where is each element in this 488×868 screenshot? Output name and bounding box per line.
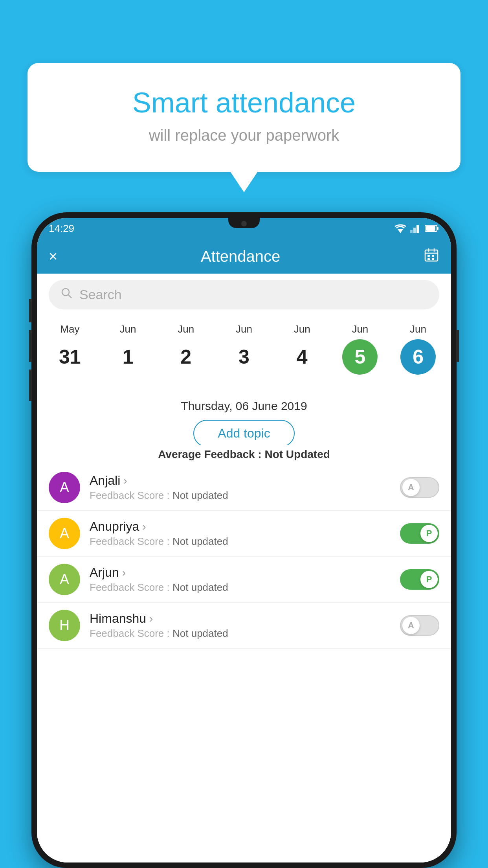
toggle-knob: A	[402, 617, 420, 634]
cal-date-number: 1	[110, 339, 146, 375]
attendance-toggle[interactable]: P	[400, 569, 439, 590]
student-info: Arjun ›Feedback Score : Not updated	[90, 565, 391, 594]
signal-icon	[410, 224, 421, 233]
student-item-2[interactable]: AArjun ›Feedback Score : Not updatedP	[37, 557, 451, 603]
bubble-title: Smart attendance	[59, 86, 429, 119]
search-bar[interactable]: Search	[49, 280, 439, 309]
cal-month-label: Jun	[120, 323, 136, 335]
cal-date-number: 3	[226, 339, 262, 375]
cal-month-label: Jun	[352, 323, 368, 335]
toggle-knob: P	[420, 571, 438, 588]
svg-rect-7	[425, 250, 438, 261]
calendar-day-5[interactable]: Jun5	[342, 323, 378, 375]
feedback-value: Not updated	[172, 489, 228, 501]
cal-date-number: 5	[342, 339, 378, 375]
average-feedback: Average Feedback : Not Updated	[37, 445, 451, 466]
student-name: Anjali ›	[90, 473, 391, 488]
selected-date-display: Thursday, 06 June 2019	[37, 395, 451, 417]
volume-down-button	[29, 330, 32, 362]
search-placeholder: Search	[79, 287, 122, 302]
svg-rect-1	[410, 230, 413, 233]
calendar-day-2[interactable]: Jun2	[168, 323, 204, 375]
chevron-right-icon: ›	[149, 612, 153, 625]
calendar-day-0[interactable]: May31	[52, 323, 88, 375]
feedback-value: Not updated	[172, 535, 228, 547]
app-bar: × Attendance	[37, 239, 451, 274]
status-icons	[394, 224, 439, 233]
avg-feedback-value: Not Updated	[264, 448, 330, 460]
chevron-right-icon: ›	[123, 474, 127, 487]
svg-marker-0	[398, 229, 403, 233]
cal-month-label: Jun	[410, 323, 426, 335]
svg-rect-11	[427, 255, 430, 257]
student-name: Anupriya ›	[90, 519, 391, 534]
avatar: H	[49, 610, 80, 641]
cal-month-label: Jun	[236, 323, 252, 335]
close-button[interactable]: ×	[49, 248, 57, 265]
feedback-value: Not updated	[172, 627, 228, 639]
svg-rect-3	[416, 225, 419, 233]
phone-screen: 14:29	[37, 218, 451, 862]
student-feedback: Feedback Score : Not updated	[90, 627, 391, 640]
cal-month-label: Jun	[178, 323, 194, 335]
search-container: Search	[37, 274, 451, 316]
volume-up-button	[29, 299, 32, 322]
phone-frame: 14:29	[31, 212, 457, 868]
cal-date-number: 2	[168, 339, 204, 375]
student-item-3[interactable]: HHimanshu ›Feedback Score : Not updatedA	[37, 603, 451, 649]
calendar-day-6[interactable]: Jun6	[400, 323, 436, 375]
student-item-0[interactable]: AAnjali ›Feedback Score : Not updatedA	[37, 465, 451, 511]
student-info: Himanshu ›Feedback Score : Not updated	[90, 611, 391, 640]
svg-line-16	[68, 294, 72, 298]
cal-date-number: 6	[400, 339, 436, 375]
silent-button	[29, 370, 32, 401]
cal-date-number: 31	[52, 339, 88, 375]
svg-rect-6	[426, 226, 435, 231]
speech-bubble: Smart attendance will replace your paper…	[28, 63, 460, 172]
student-name: Arjun ›	[90, 565, 391, 580]
calendar-day-4[interactable]: Jun4	[284, 323, 320, 375]
speech-bubble-container: Smart attendance will replace your paper…	[28, 63, 460, 172]
student-name: Himanshu ›	[90, 611, 391, 626]
calendar-button[interactable]	[424, 247, 439, 266]
feedback-value: Not updated	[172, 581, 228, 593]
cal-month-label: May	[60, 323, 79, 335]
battery-icon	[425, 224, 439, 232]
svg-rect-14	[432, 258, 434, 260]
attendance-toggle[interactable]: P	[400, 523, 439, 544]
student-item-1[interactable]: AAnupriya ›Feedback Score : Not updatedP	[37, 511, 451, 557]
svg-rect-13	[427, 258, 430, 260]
chevron-right-icon: ›	[142, 520, 146, 533]
add-topic-button[interactable]: Add topic	[193, 420, 294, 447]
svg-rect-2	[413, 228, 416, 233]
cal-month-label: Jun	[294, 323, 310, 335]
search-icon	[61, 287, 73, 302]
toggle-knob: A	[402, 479, 420, 496]
student-info: Anjali ›Feedback Score : Not updated	[90, 473, 391, 502]
chevron-right-icon: ›	[122, 566, 126, 579]
wifi-icon	[394, 224, 406, 233]
avatar: A	[49, 472, 80, 503]
student-feedback: Feedback Score : Not updated	[90, 489, 391, 502]
app-title: Attendance	[201, 248, 280, 265]
avg-feedback-label: Average Feedback :	[158, 448, 262, 460]
status-time: 14:29	[49, 223, 74, 235]
attendance-toggle[interactable]: A	[400, 615, 439, 636]
power-button	[456, 330, 459, 362]
bubble-subtitle: will replace your paperwork	[59, 127, 429, 144]
avatar: A	[49, 564, 80, 595]
calendar-strip: May31Jun1Jun2Jun3Jun4Jun5Jun6	[37, 315, 451, 383]
svg-rect-5	[437, 227, 438, 230]
toggle-knob: P	[420, 525, 438, 542]
avatar: A	[49, 518, 80, 549]
calendar-day-1[interactable]: Jun1	[110, 323, 146, 375]
attendance-toggle[interactable]: A	[400, 477, 439, 498]
cal-date-number: 4	[284, 339, 320, 375]
svg-rect-12	[432, 255, 434, 257]
camera	[241, 221, 247, 226]
calendar-day-3[interactable]: Jun3	[226, 323, 262, 375]
student-feedback: Feedback Score : Not updated	[90, 535, 391, 548]
student-info: Anupriya ›Feedback Score : Not updated	[90, 519, 391, 548]
student-feedback: Feedback Score : Not updated	[90, 581, 391, 594]
student-list: AAnjali ›Feedback Score : Not updatedAAA…	[37, 465, 451, 862]
